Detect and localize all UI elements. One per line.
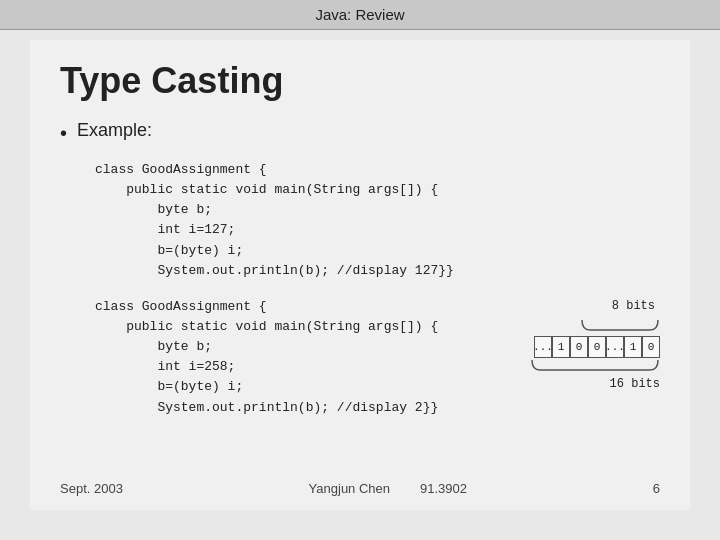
code-line-1-6: System.out.println(b); //display 127}}	[95, 261, 660, 281]
bottom-bits-label: 16 bits	[610, 375, 660, 394]
footer-page: 6	[653, 481, 660, 496]
code-block-1: class GoodAssignment { public static voi…	[95, 160, 660, 281]
bullet-label: Example:	[77, 120, 152, 141]
slide-area: Type Casting • Example: class GoodAssign…	[30, 40, 690, 510]
bit-cell-5: 0	[642, 336, 660, 358]
slide-title: Type Casting	[60, 60, 660, 102]
code-line-2-2: public static void main(String args[]) {	[95, 317, 440, 337]
bit-diagram: 8 bits ... 1 0 0 ... 1 0 16 bits	[460, 297, 660, 394]
code-line-1-1: class GoodAssignment {	[95, 160, 660, 180]
footer: Sept. 2003 Yangjun Chen 91.3902 6	[60, 481, 660, 496]
bit-cell-4: 1	[624, 336, 642, 358]
code-block-2-container: class GoodAssignment { public static voi…	[95, 297, 660, 418]
code-line-2-1: class GoodAssignment {	[95, 297, 440, 317]
title-bar-text: Java: Review	[315, 6, 404, 23]
title-bar: Java: Review	[0, 0, 720, 30]
bit-cells-row: ... 1 0 0 ... 1 0	[534, 336, 660, 358]
footer-center: Yangjun Chen 91.3902	[309, 481, 467, 496]
bullet-point: • Example:	[60, 120, 660, 146]
top-bits-label: 8 bits	[612, 297, 655, 316]
footer-author: Yangjun Chen	[309, 481, 390, 496]
bottom-brace-svg	[530, 358, 660, 372]
footer-course: 91.3902	[420, 481, 467, 496]
code-line-2-6: System.out.println(b); //display 2}}	[95, 398, 440, 418]
code-line-1-5: b=(byte) i;	[95, 241, 660, 261]
code-block-2: class GoodAssignment { public static voi…	[95, 297, 440, 418]
code-line-1-2: public static void main(String args[]) {	[95, 180, 660, 200]
bit-cell-2: 0	[570, 336, 588, 358]
code-line-1-4: int i=127;	[95, 220, 660, 240]
code-line-1-3: byte b;	[95, 200, 660, 220]
bit-cell-3: 0	[588, 336, 606, 358]
footer-left: Sept. 2003	[60, 481, 123, 496]
top-brace-svg	[580, 318, 660, 332]
bullet-dot: •	[60, 120, 67, 146]
code-line-2-4: int i=258;	[95, 357, 440, 377]
bit-cell-1: 1	[552, 336, 570, 358]
code-line-2-5: b=(byte) i;	[95, 377, 440, 397]
code-line-2-3: byte b;	[95, 337, 440, 357]
bit-cell-dots2: ...	[606, 336, 624, 358]
bit-cell-dots1: ...	[534, 336, 552, 358]
